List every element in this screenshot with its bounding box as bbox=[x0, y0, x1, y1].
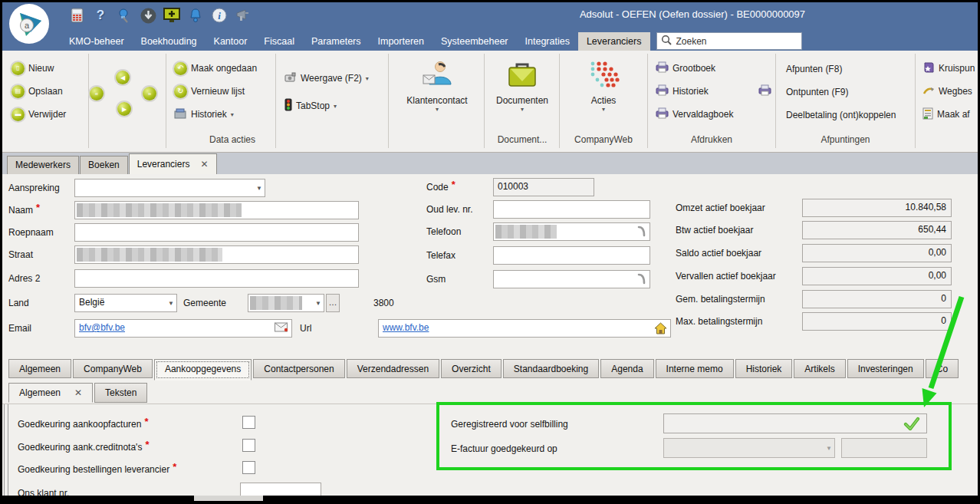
tab-investeringen[interactable]: Investeringen bbox=[847, 359, 924, 378]
tab-systeembeheer[interactable]: Systeembeheer bbox=[432, 32, 517, 51]
phone-icon bbox=[636, 226, 646, 240]
verwijder-button[interactable]: ▬Verwijder bbox=[12, 107, 66, 121]
wegbeschrijving-button[interactable]: Wegbes bbox=[922, 84, 972, 98]
calculator-icon[interactable] bbox=[68, 7, 85, 24]
opslaan-button[interactable]: ▤Opslaan bbox=[12, 84, 63, 98]
close-icon[interactable]: ✕ bbox=[200, 155, 208, 174]
historiek-print-button[interactable]: Historiek bbox=[656, 84, 709, 98]
telefax-field[interactable] bbox=[493, 246, 650, 265]
info-icon[interactable]: i bbox=[211, 7, 228, 24]
pin-icon[interactable] bbox=[116, 7, 133, 24]
tab-artikels[interactable]: Artikels bbox=[794, 359, 845, 378]
nav-first-button[interactable]: « bbox=[90, 87, 104, 100]
tab-historiek[interactable]: Historiek bbox=[735, 359, 793, 378]
home-icon[interactable] bbox=[654, 322, 667, 337]
doc-tab-boeken[interactable]: Boeken bbox=[80, 156, 128, 174]
chevron-down-icon: ▼ bbox=[826, 445, 832, 452]
close-icon[interactable]: ✕ bbox=[74, 384, 82, 403]
tab-boekhouding[interactable]: Boekhouding bbox=[133, 32, 206, 51]
download-circle-icon[interactable] bbox=[140, 7, 156, 24]
nav-next-button[interactable]: ▶ bbox=[117, 102, 131, 116]
tab-companyweb[interactable]: CompanyWeb bbox=[73, 359, 153, 378]
postcode-label: 3800 bbox=[373, 294, 394, 312]
green-check-icon bbox=[903, 417, 920, 433]
nav-last-button[interactable]: » bbox=[143, 87, 156, 100]
inner-tab-algemeen[interactable]: Algemeen ✕ bbox=[8, 383, 93, 403]
tab-agenda[interactable]: Agenda bbox=[600, 359, 653, 378]
tab-aankoopgegevens[interactable]: Aankoopgegevens bbox=[154, 359, 252, 380]
vernieuw-lijst-button[interactable]: ↻Vernieuw lijst bbox=[174, 84, 245, 98]
tab-clipped[interactable]: Co bbox=[926, 359, 959, 378]
tab-interne-memo[interactable]: Interne memo bbox=[656, 359, 734, 378]
inner-tab-teksten[interactable]: Teksten bbox=[94, 383, 147, 403]
grootboek-print-button[interactable]: Grootboek bbox=[656, 61, 715, 75]
extra-print-button[interactable] bbox=[758, 84, 771, 98]
doc-tab-medewerkers[interactable]: Medewerkers bbox=[7, 156, 79, 174]
announce-icon[interactable] bbox=[235, 7, 252, 24]
customer-contact-icon bbox=[422, 55, 452, 95]
chevron-down-icon: ▾ bbox=[231, 111, 234, 118]
tab-verzendadressen[interactable]: Verzendadressen bbox=[347, 359, 439, 378]
email-field[interactable]: bfv@bfv.be bbox=[74, 319, 292, 338]
goedkeuring-bestellingen-checkbox[interactable] bbox=[242, 461, 255, 474]
adres2-field[interactable] bbox=[74, 269, 359, 288]
vervaldagboek-print-button[interactable]: Vervaldagboek bbox=[656, 107, 733, 121]
aanspreking-combobox[interactable]: ▼ bbox=[74, 179, 265, 197]
roepnaam-field[interactable] bbox=[74, 223, 359, 242]
weergave-dropdown-button[interactable]: Weergave (F2)▾ bbox=[284, 71, 369, 85]
doc-tab-leveranciers[interactable]: Leveranciers ✕ bbox=[129, 153, 217, 174]
gemeente-lookup-button[interactable]: … bbox=[326, 294, 340, 312]
tab-integraties[interactable]: Integraties bbox=[517, 32, 578, 51]
selfbilling-field[interactable] bbox=[663, 413, 927, 433]
maak-afspraak-button[interactable]: Maak af bbox=[922, 107, 970, 121]
klantencontact-button[interactable]: Klantencontact ▾ bbox=[392, 55, 482, 130]
telefoon-label: Telefoon bbox=[426, 222, 461, 241]
nav-previous-button[interactable]: ◀ bbox=[116, 71, 130, 84]
screen-plus-icon[interactable] bbox=[163, 7, 180, 24]
gsm-field[interactable] bbox=[493, 270, 650, 288]
tab-leveranciers[interactable]: Leveranciers bbox=[578, 32, 650, 51]
naam-field[interactable] bbox=[74, 201, 359, 219]
gemeente-label: Gemeente bbox=[183, 294, 226, 312]
ribbon-divider bbox=[915, 54, 916, 148]
tab-kantoor[interactable]: Kantoor bbox=[206, 32, 256, 51]
nieuw-button[interactable]: ▯Nieuw bbox=[12, 61, 54, 75]
bell-icon[interactable] bbox=[187, 7, 204, 24]
goedkeuring-creditnotas-checkbox[interactable] bbox=[242, 439, 255, 452]
documenten-button[interactable]: Documenten ▾ bbox=[487, 55, 557, 130]
historiek-dropdown-button[interactable]: Historiek▾ bbox=[174, 107, 234, 121]
tab-overzicht[interactable]: Overzicht bbox=[441, 359, 502, 378]
straat-field[interactable] bbox=[74, 245, 359, 264]
afpunten-button[interactable]: Afpunten (F8) bbox=[786, 62, 842, 76]
stat-value: 0 bbox=[802, 290, 952, 308]
help-icon[interactable]: ? bbox=[92, 7, 109, 24]
detail-tab-strip: Algemeen CompanyWeb Aankoopgegevens Cont… bbox=[2, 357, 978, 380]
tab-importeren[interactable]: Importeren bbox=[370, 32, 432, 51]
oud-lev-nr-field[interactable] bbox=[493, 200, 650, 219]
partial-field bbox=[194, 496, 263, 501]
tab-kmo-beheer[interactable]: KMO-beheer bbox=[61, 32, 133, 51]
tab-parameters[interactable]: Parameters bbox=[303, 32, 370, 51]
acties-button[interactable]: Acties ▾ bbox=[562, 55, 645, 130]
url-field[interactable]: www.bfv.be bbox=[378, 319, 671, 338]
ribbon-search[interactable] bbox=[656, 32, 802, 50]
land-combobox[interactable]: België▼ bbox=[74, 294, 177, 312]
gemeente-combobox[interactable]: ▼ bbox=[248, 294, 324, 312]
straat-label: Straat bbox=[8, 245, 33, 264]
kruispunt-button[interactable]: Kruispun bbox=[922, 61, 975, 75]
maak-ongedaan-button[interactable]: ↶Maak ongedaan bbox=[174, 61, 257, 75]
goedkeuring-aankoopfacturen-checkbox[interactable] bbox=[242, 416, 255, 429]
tab-fiscaal[interactable]: Fiscaal bbox=[255, 32, 303, 51]
mail-icon[interactable] bbox=[275, 322, 288, 335]
search-input[interactable] bbox=[675, 35, 797, 48]
tab-algemeen[interactable]: Algemeen bbox=[8, 359, 71, 378]
tab-contactpersonen[interactable]: Contactpersonen bbox=[253, 359, 344, 378]
tabstop-dropdown-button[interactable]: TabStop▾ bbox=[284, 99, 337, 113]
ontpunten-button[interactable]: Ontpunten (F9) bbox=[786, 85, 848, 99]
deelbetaling-button[interactable]: Deelbetaling (ont)koppelen bbox=[786, 108, 896, 122]
required-marker: * bbox=[145, 439, 149, 450]
tab-standaardboeking[interactable]: Standaardboeking bbox=[503, 359, 599, 378]
chevron-down-icon: ▾ bbox=[602, 106, 605, 113]
telefoon-field[interactable] bbox=[493, 222, 650, 241]
quick-access-toolbar: ? i bbox=[68, 6, 252, 25]
